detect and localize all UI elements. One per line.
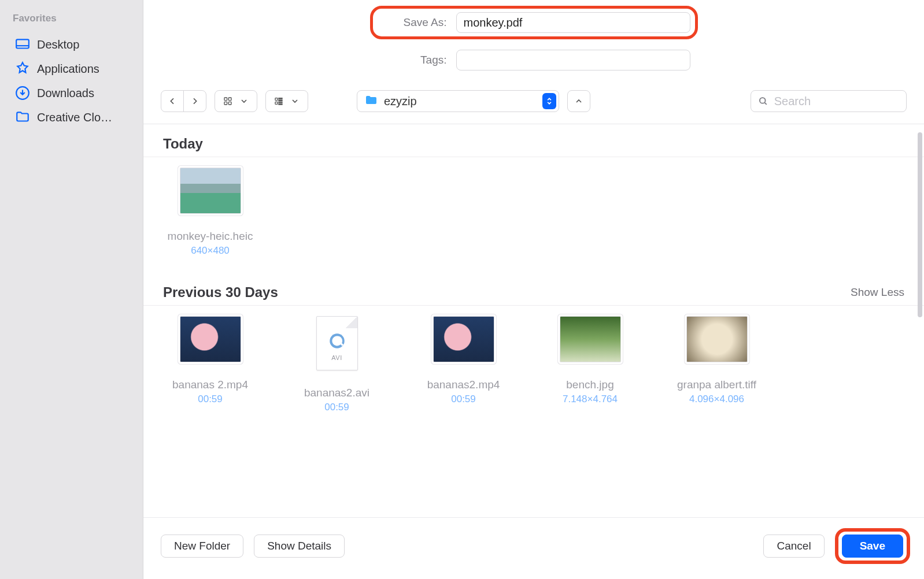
file-name: bananas 2.mp4 bbox=[172, 378, 248, 391]
file-item[interactable]: bananas 2.mp4 00:59 bbox=[160, 316, 261, 413]
file-meta: 00:59 bbox=[324, 402, 349, 413]
file-grid-today: monkey-heic.heic 640×480 bbox=[143, 157, 924, 273]
location-selector[interactable]: ezyzip bbox=[357, 90, 559, 112]
sidebar-item-creative-cloud[interactable]: Creative Clo… bbox=[13, 105, 137, 129]
show-details-button[interactable]: Show Details bbox=[254, 535, 345, 558]
file-ext-label: AVI bbox=[331, 354, 342, 361]
applications-icon bbox=[15, 61, 30, 76]
sidebar-item-label: Applications bbox=[37, 62, 99, 76]
save-highlight: Save bbox=[835, 528, 910, 564]
location-dropdown-icon bbox=[542, 93, 556, 109]
nav-forward-button[interactable] bbox=[183, 90, 206, 112]
file-meta: 00:59 bbox=[451, 394, 476, 405]
svg-rect-11 bbox=[279, 104, 282, 105]
svg-rect-5 bbox=[228, 102, 231, 105]
section-title: Today bbox=[163, 136, 203, 152]
search-input[interactable] bbox=[774, 95, 899, 108]
chevron-down-icon bbox=[290, 96, 300, 106]
file-meta: 00:59 bbox=[198, 394, 223, 405]
file-name: bananas2.mp4 bbox=[427, 378, 500, 391]
desktop-icon bbox=[15, 37, 30, 52]
svg-rect-8 bbox=[279, 98, 282, 99]
save-as-highlight: Save As: bbox=[370, 6, 698, 39]
svg-rect-4 bbox=[224, 102, 227, 105]
main-panel: Save As: Tags: bbox=[143, 0, 924, 579]
downloads-icon bbox=[15, 86, 30, 101]
section-header-prev30: Previous 30 Days Show Less bbox=[143, 273, 924, 305]
file-item[interactable]: monkey-heic.heic 640×480 bbox=[160, 168, 261, 257]
save-button[interactable]: Save bbox=[842, 535, 903, 558]
nav-back-button[interactable] bbox=[161, 90, 184, 112]
file-grid-prev30: bananas 2.mp4 00:59 AVI bananas2.avi 00:… bbox=[143, 306, 924, 429]
sidebar-item-label: Creative Clo… bbox=[37, 111, 112, 124]
svg-rect-3 bbox=[228, 98, 231, 101]
show-less-button[interactable]: Show Less bbox=[851, 286, 904, 299]
svg-rect-9 bbox=[279, 100, 282, 101]
sidebar-item-desktop[interactable]: Desktop bbox=[13, 32, 137, 57]
svg-rect-7 bbox=[275, 102, 278, 104]
search-icon bbox=[758, 95, 768, 107]
save-as-label: Save As: bbox=[378, 16, 447, 29]
file-item[interactable]: granpa albert.tiff 4.096×4.096 bbox=[666, 316, 767, 413]
svg-rect-0 bbox=[16, 39, 29, 48]
file-meta: 7.148×4.764 bbox=[563, 394, 618, 405]
nav-buttons bbox=[161, 90, 206, 112]
sidebar-item-label: Downloads bbox=[37, 87, 94, 100]
sidebar-item-applications[interactable]: Applications bbox=[13, 57, 137, 81]
folder-icon bbox=[15, 110, 30, 125]
file-thumbnail bbox=[686, 316, 748, 362]
cancel-button[interactable]: Cancel bbox=[763, 535, 824, 558]
quicktime-icon bbox=[327, 331, 347, 351]
sidebar-item-downloads[interactable]: Downloads bbox=[13, 81, 137, 105]
folder-icon bbox=[364, 94, 378, 109]
file-meta: 4.096×4.096 bbox=[689, 394, 744, 405]
file-thumbnail: AVI bbox=[316, 316, 358, 370]
file-meta: 640×480 bbox=[191, 245, 230, 257]
chevron-down-icon bbox=[239, 96, 249, 106]
section-title: Previous 30 Days bbox=[163, 284, 278, 300]
sidebar-item-label: Desktop bbox=[37, 38, 79, 51]
section-header-today: Today bbox=[143, 124, 924, 157]
sidebar-section-title: Favorites bbox=[13, 13, 137, 24]
svg-rect-2 bbox=[224, 98, 227, 101]
chevron-up-icon bbox=[574, 96, 583, 106]
view-mode-icons-button[interactable] bbox=[215, 90, 257, 112]
svg-rect-10 bbox=[279, 102, 282, 102]
scrollbar[interactable] bbox=[918, 132, 922, 317]
svg-rect-6 bbox=[275, 98, 278, 101]
svg-point-12 bbox=[760, 98, 766, 103]
file-browser: Today monkey-heic.heic 640×480 Previous … bbox=[143, 124, 924, 517]
file-item[interactable]: bench.jpg 7.148×4.764 bbox=[539, 316, 641, 413]
save-as-input[interactable] bbox=[456, 12, 690, 33]
view-mode-group-button[interactable] bbox=[265, 90, 308, 112]
new-folder-button[interactable]: New Folder bbox=[161, 535, 243, 558]
file-name: bench.jpg bbox=[566, 378, 613, 391]
location-name: ezyzip bbox=[384, 95, 537, 108]
file-name: granpa albert.tiff bbox=[677, 378, 756, 391]
file-name: bananas2.avi bbox=[304, 387, 369, 399]
tags-label: Tags: bbox=[378, 54, 447, 66]
file-thumbnail bbox=[180, 316, 241, 362]
tags-input[interactable] bbox=[456, 50, 690, 70]
collapse-button[interactable] bbox=[567, 90, 590, 112]
file-name: monkey-heic.heic bbox=[168, 230, 253, 243]
toolbar: ezyzip bbox=[143, 86, 924, 124]
file-thumbnail bbox=[560, 316, 621, 362]
file-thumbnail bbox=[180, 168, 241, 214]
sidebar: Favorites Desktop Applications Downloads… bbox=[0, 0, 143, 579]
save-form: Save As: Tags: bbox=[143, 0, 924, 86]
bottom-bar: New Folder Show Details Cancel Save bbox=[143, 517, 924, 579]
file-thumbnail bbox=[433, 316, 494, 362]
search-field[interactable] bbox=[751, 90, 907, 112]
file-item[interactable]: bananas2.mp4 00:59 bbox=[413, 316, 514, 413]
file-item[interactable]: AVI bananas2.avi 00:59 bbox=[286, 316, 387, 413]
